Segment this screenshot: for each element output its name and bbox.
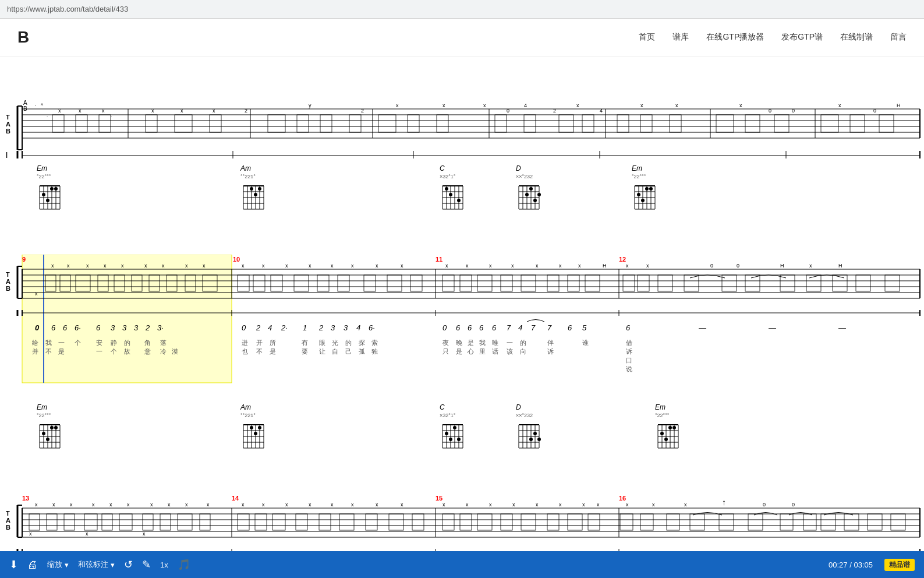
svg-text:14: 14 [232,495,239,502]
status-right: 00:27 / 03:05 精品谱 [829,559,915,571]
svg-text:11: 11 [436,256,442,263]
svg-text:x: x [79,108,82,114]
svg-rect-231 [501,275,512,291]
svg-rect-60 [559,115,573,132]
svg-text:我: 我 [479,339,486,346]
site-logo[interactable]: B [17,28,29,47]
svg-text:落: 落 [160,339,167,346]
svg-rect-58 [495,115,507,132]
svg-text:T: T [6,114,10,121]
svg-text:7: 7 [507,323,511,332]
notation-container: T A B A B · ^ 2 y 2 x x x 0 4 [0,57,924,578]
svg-text:x: x [285,263,288,269]
nav-online-tab[interactable]: 在线制谱 [840,32,873,43]
svg-text:x: x [489,263,492,269]
svg-text:4: 4 [356,323,360,332]
svg-rect-244 [623,275,635,291]
print-button[interactable]: 🖨 [27,559,38,571]
svg-text:自: 自 [332,348,338,355]
annotation-label: 和弦标注 [78,559,108,570]
svg-text:x: x [242,263,245,269]
zoom-dropdown[interactable]: 缩放 ▾ [47,559,69,570]
svg-text:x: x [151,108,154,114]
nav-publish[interactable]: 发布GTP谱 [781,32,823,43]
svg-text:H: H [838,263,842,269]
svg-rect-66 [745,115,760,132]
svg-text:x: x [331,502,334,507]
nav-message[interactable]: 留言 [890,32,907,43]
browser-url: https://www.jptab.com/tab/detail/433 [7,5,128,13]
svg-text:x: x [86,531,88,537]
svg-rect-254 [885,275,900,291]
svg-point-365 [42,432,45,435]
svg-text:·: · [35,103,37,108]
svg-text:的: 的 [520,339,526,346]
svg-point-426 [672,426,676,429]
svg-text:x: x [675,103,678,108]
svg-text:x: x [262,263,265,269]
loop-button[interactable]: ↺ [124,558,133,571]
svg-rect-499 [442,514,454,530]
svg-text:B: B [6,285,10,292]
svg-text:^: ^ [41,103,44,108]
svg-rect-491 [255,514,267,530]
svg-text:B: B [6,128,10,135]
svg-text:x: x [466,502,469,507]
svg-text:迸: 迸 [242,339,248,346]
svg-point-158 [641,199,645,202]
svg-point-394 [445,432,448,435]
svg-rect-501 [477,514,492,530]
svg-text:·: · [111,114,112,119]
nav-gtp-player[interactable]: 在线GTP播放器 [706,32,764,43]
metronome-button[interactable]: 🎵 [178,558,190,571]
svg-text:2: 2 [318,323,324,332]
svg-text:x: x [180,108,183,114]
svg-text:的: 的 [124,339,130,346]
status-bar: ⬇ 🖨 缩放 ▾ 和弦标注 ▾ ↺ ✎ 1x 🎵 00:27 / 03:05 精… [0,551,924,578]
svg-point-160 [649,187,653,191]
svg-rect-496 [366,514,377,530]
annotation-dropdown[interactable]: 和弦标注 ▾ [78,559,115,570]
svg-rect-52 [297,115,309,132]
svg-text:x: x [466,263,469,269]
edit-button[interactable]: ✎ [142,558,151,571]
svg-point-144 [533,199,537,202]
svg-text:x: x [51,263,54,269]
svg-text:x: x [285,502,288,507]
svg-text:6: 6 [63,323,68,332]
svg-text:x: x [483,103,486,108]
svg-rect-218 [364,275,376,291]
svg-text:0: 0 [442,323,447,332]
svg-text:x: x [442,502,445,507]
svg-text:x: x [331,263,334,269]
svg-text:T: T [6,510,10,517]
svg-point-101 [50,187,54,191]
svg-text:x: x [396,103,399,108]
svg-text:x: x [838,103,841,108]
zoom-label: 缩放 [47,559,62,570]
svg-text:x: x [67,263,70,269]
svg-text:角: 角 [144,339,151,346]
svg-text:0: 0 [507,108,509,114]
nav-home[interactable]: 首页 [639,32,655,43]
annotation-chevron-icon: ▾ [111,561,115,569]
svg-text:x: x [92,502,95,507]
svg-text:x: x [143,531,146,537]
svg-text:夜: 夜 [442,339,449,346]
speed-dropdown[interactable]: 1x [160,561,168,569]
svg-rect-497 [389,514,403,530]
svg-text:是: 是 [270,348,276,355]
svg-rect-505 [568,514,582,530]
svg-text:4: 4 [524,103,527,108]
download-button[interactable]: ⬇ [9,558,18,571]
svg-point-366 [46,438,49,441]
svg-text:H: H [897,103,901,108]
svg-point-423 [660,432,664,435]
svg-text:x: x [489,502,492,507]
svg-text:A: A [6,278,10,285]
nav-library[interactable]: 谱库 [672,32,689,43]
svg-rect-161 [22,255,232,383]
svg-text:x: x [104,263,107,269]
svg-point-367 [50,426,54,429]
svg-text:x: x [559,263,562,269]
